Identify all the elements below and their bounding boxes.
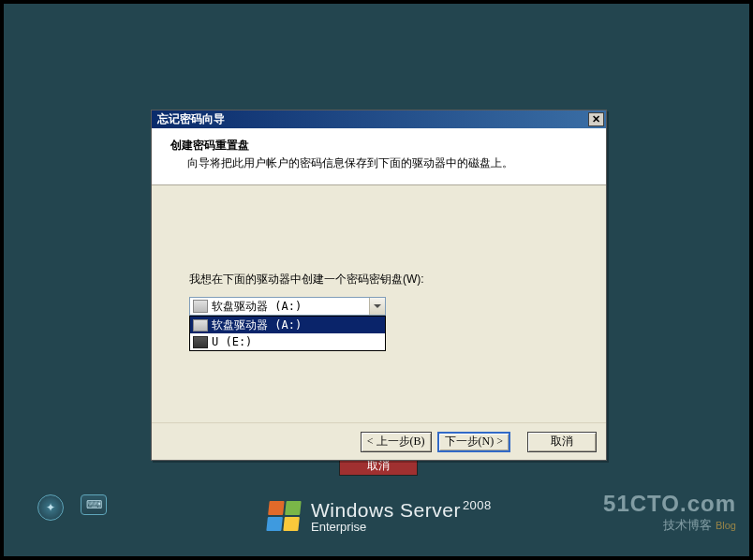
chevron-down-icon bbox=[369, 298, 385, 315]
wizard-header-subtitle: 向导将把此用户帐户的密码信息保存到下面的驱动器中的磁盘上。 bbox=[187, 155, 587, 171]
brand-year: 2008 bbox=[463, 498, 492, 512]
drive-prompt-label: 我想在下面的驱动器中创建一个密码密钥盘(W): bbox=[189, 272, 568, 287]
next-button[interactable]: 下一步(N) > bbox=[437, 432, 510, 452]
ease-of-access-button[interactable]: ✦ bbox=[37, 494, 64, 521]
ease-of-access-icon: ✦ bbox=[46, 501, 55, 514]
brand-edition: Enterprise bbox=[311, 520, 492, 534]
wizard-header: 创建密码重置盘 向导将把此用户帐户的密码信息保存到下面的驱动器中的磁盘上。 bbox=[152, 128, 606, 185]
drive-option-floppy[interactable]: 软盘驱动器 (A:) bbox=[190, 317, 385, 333]
wizard-header-title: 创建密码重置盘 bbox=[170, 138, 587, 154]
brand-text: Windows Server2008 Enterprise bbox=[311, 498, 492, 534]
close-button[interactable]: ✕ bbox=[588, 112, 604, 126]
watermark-blog-tag: Blog bbox=[716, 520, 736, 531]
watermark-domain: 51CTO.com bbox=[603, 491, 736, 517]
close-icon: ✕ bbox=[592, 113, 600, 125]
watermark: 51CTO.com 技术博客Blog bbox=[603, 491, 736, 534]
windows-logo-icon bbox=[266, 501, 301, 531]
drive-option-label: U (E:) bbox=[212, 335, 252, 348]
floppy-drive-icon bbox=[193, 319, 208, 332]
drive-option-label: 软盘驱动器 (A:) bbox=[212, 317, 302, 333]
accessibility-buttons: ✦ ⌨ bbox=[37, 494, 107, 521]
keyboard-button[interactable]: ⌨ bbox=[81, 494, 107, 515]
floppy-drive-icon bbox=[193, 300, 208, 313]
drive-select-combo[interactable]: 软盘驱动器 (A:) bbox=[189, 297, 386, 316]
wizard-footer: < 上一步(B) 下一步(N) > 取消 bbox=[152, 422, 606, 460]
usb-drive-icon bbox=[193, 336, 208, 348]
drive-dropdown-list: 软盘驱动器 (A:) U (E:) bbox=[189, 316, 386, 351]
wizard-body: 我想在下面的驱动器中创建一个密码密钥盘(W): 软盘驱动器 (A:) 软盘驱动器… bbox=[152, 185, 606, 422]
watermark-tagline: 技术博客 bbox=[663, 518, 712, 532]
titlebar: 忘记密码向导 ✕ bbox=[152, 111, 606, 128]
os-brand: Windows Server2008 Enterprise bbox=[268, 498, 492, 534]
cancel-button[interactable]: 取消 bbox=[527, 432, 597, 452]
wizard-window: 忘记密码向导 ✕ 创建密码重置盘 向导将把此用户帐户的密码信息保存到下面的驱动器… bbox=[151, 110, 607, 461]
back-button[interactable]: < 上一步(B) bbox=[361, 432, 432, 452]
combo-selected-text: 软盘驱动器 (A:) bbox=[212, 299, 302, 315]
drive-option-usb[interactable]: U (E:) bbox=[190, 333, 385, 350]
keyboard-icon: ⌨ bbox=[86, 498, 102, 511]
window-title: 忘记密码向导 bbox=[157, 111, 225, 127]
brand-name: Windows Server bbox=[311, 499, 461, 521]
